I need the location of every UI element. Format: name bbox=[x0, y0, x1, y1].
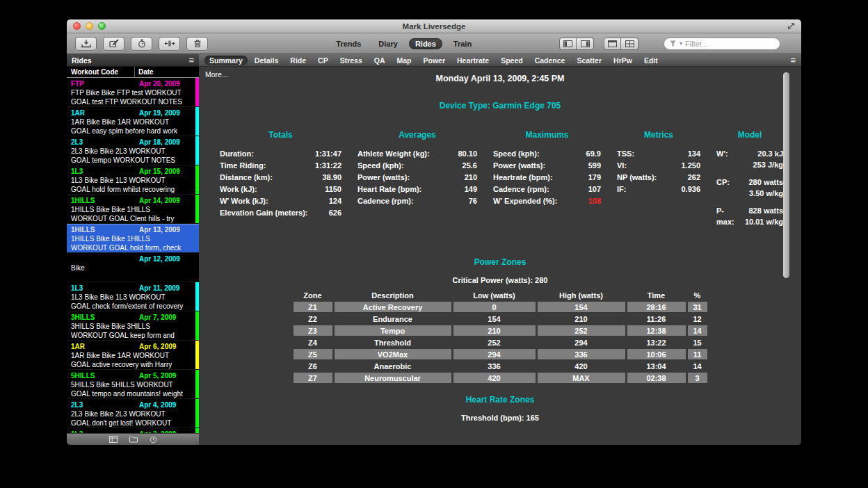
sidebar-menu-icon[interactable]: ≡ bbox=[188, 56, 194, 65]
column-header-workout-code[interactable]: Workout Code bbox=[67, 67, 135, 77]
power-zones-table: Zone Description Low (watts) High (watts… bbox=[291, 290, 709, 384]
ride-item[interactable]: 1ARApr 19, 2009 1AR Bike Bike 1AR WORKOU… bbox=[67, 107, 199, 136]
app-tab-train[interactable]: Train bbox=[447, 38, 478, 49]
workout-code bbox=[71, 254, 139, 263]
zone-cell: 420 bbox=[453, 373, 536, 383]
zone-cell: Z1 bbox=[294, 302, 332, 312]
stat-value: 210 bbox=[465, 172, 477, 184]
view-tab-qa[interactable]: QA bbox=[369, 56, 390, 65]
view-tab-speed[interactable]: Speed bbox=[496, 56, 528, 65]
stat-value: 124 bbox=[329, 195, 341, 207]
view-tab-ride[interactable]: Ride bbox=[285, 56, 311, 65]
stat-value: 149 bbox=[465, 184, 477, 195]
single-view-button[interactable] bbox=[604, 38, 621, 50]
model-group: W': 20.3 kJ253 J/kg bbox=[716, 148, 783, 170]
sidebar-toggle-group bbox=[559, 38, 594, 50]
zone-col-header: % bbox=[688, 291, 707, 300]
left-panel-icon bbox=[563, 40, 572, 47]
app-tab-trends[interactable]: Trends bbox=[330, 38, 367, 49]
view-tab-map[interactable]: Map bbox=[392, 56, 417, 65]
view-tab-hrpw[interactable]: HrPw bbox=[609, 56, 637, 65]
workout-date: Apr 14, 2009 bbox=[139, 196, 191, 205]
zone-cell: Tempo bbox=[335, 325, 451, 336]
stat-label: Duration: bbox=[220, 148, 254, 160]
close-button[interactable] bbox=[73, 22, 81, 30]
ride-desc: 1AR Bike Bike 1AR WORKOUT bbox=[71, 117, 191, 127]
section-header: Maximums bbox=[493, 130, 601, 140]
app-tab-rides[interactable]: Rides bbox=[409, 38, 442, 49]
ride-item[interactable]: 1L3Apr 3, 2009 bbox=[67, 428, 199, 433]
filter-field[interactable]: ▾ bbox=[664, 38, 780, 50]
ride-item-selected[interactable]: 1HILLSApr 13, 2009 1HILLS Bike Bike 1HIL… bbox=[67, 224, 199, 253]
sidebar-footer-clock-button[interactable] bbox=[150, 436, 157, 444]
single-pane-icon bbox=[608, 40, 617, 47]
titlebar[interactable]: Mark Liversedge bbox=[67, 19, 801, 33]
stat-label: W' Work (kJ): bbox=[220, 195, 268, 207]
app-window: Mark Liversedge bbox=[67, 19, 801, 445]
ride-list: FTPApr 20, 2009 FTP Bike Bike FTP test W… bbox=[67, 78, 199, 433]
stopwatch-button[interactable] bbox=[131, 37, 152, 51]
view-tab-stress[interactable]: Stress bbox=[335, 56, 367, 65]
view-menu-icon[interactable]: ≡ bbox=[790, 56, 796, 65]
stat-value: 1150 bbox=[325, 184, 341, 195]
totals-section: Totals Duration:1:31:47 Time Riding:1:31… bbox=[220, 130, 341, 234]
vertical-scrollbar[interactable] bbox=[783, 72, 789, 278]
zoom-button[interactable] bbox=[98, 22, 106, 30]
averages-section: Averages Athlete Weight (kg):80.10 Speed… bbox=[357, 130, 477, 234]
workout-code: 1AR bbox=[71, 342, 139, 351]
ride-desc: 5HILLS Bike 5HILLS WORKOUT bbox=[71, 380, 191, 389]
metrics-section: Metrics TSS:134 VI:1.250 NP (watts):262 … bbox=[617, 130, 700, 234]
stat-row: TSS:134 bbox=[617, 148, 700, 160]
hr-threshold-subtitle: Threshold (bpm): 165 bbox=[199, 414, 801, 422]
model-value: 280 watts bbox=[744, 177, 783, 188]
fullscreen-button[interactable] bbox=[787, 22, 795, 30]
stat-value: 179 bbox=[588, 172, 601, 184]
import-button[interactable] bbox=[75, 37, 97, 51]
view-tab-scatter[interactable]: Scatter bbox=[572, 56, 606, 65]
column-header-date[interactable]: Date bbox=[135, 68, 199, 76]
filter-input[interactable] bbox=[685, 40, 774, 48]
ride-item[interactable]: 1L3Apr 15, 2009 1L3 Bike Bike 1L3 WORKOU… bbox=[67, 165, 199, 195]
intervals-button[interactable] bbox=[159, 37, 180, 51]
ride-item[interactable]: 1ARApr 6, 2009 1AR Bike Bike 1AR WORKOUT… bbox=[67, 341, 199, 370]
zone-cell: 11 bbox=[688, 349, 707, 359]
ride-item[interactable]: 2L3Apr 18, 2009 2L3 Bike Bike 2L3 WORKOU… bbox=[67, 136, 199, 165]
ride-item[interactable]: FTPApr 20, 2009 FTP Bike Bike FTP test W… bbox=[67, 78, 199, 107]
delete-button[interactable] bbox=[186, 37, 208, 51]
sidebar-footer-chart-button[interactable] bbox=[109, 436, 118, 443]
zone-row: Z5 VO2Max 294 336 10:06 11 bbox=[294, 349, 707, 359]
workout-date: Apr 11, 2009 bbox=[139, 284, 191, 293]
view-tab-heartrate[interactable]: Heartrate bbox=[452, 56, 494, 65]
ride-item[interactable]: 1HILLSApr 14, 2009 1HILLS Bike Bike 1HIL… bbox=[67, 195, 199, 224]
ride-item[interactable]: 1L3Apr 11, 2009 1L3 Bike Bike 1L3 WORKOU… bbox=[67, 282, 199, 311]
sidebar-footer-folder-button[interactable] bbox=[129, 436, 138, 443]
more-link[interactable]: More... bbox=[205, 70, 228, 79]
ride-item[interactable]: 5HILLSApr 5, 2009 5HILLS Bike 5HILLS WOR… bbox=[67, 370, 199, 399]
view-tab-cp[interactable]: CP bbox=[313, 56, 333, 65]
zone-cell: MAX bbox=[538, 373, 625, 383]
zone-cell: VO2Max bbox=[335, 349, 451, 359]
view-tab-cadence[interactable]: Cadence bbox=[530, 56, 570, 65]
stat-row: Athlete Weight (kg):80.10 bbox=[357, 148, 477, 160]
ride-item[interactable]: 3HILLSApr 7, 2009 3HILLS Bike Bike 3HILL… bbox=[67, 311, 199, 341]
view-tab-power[interactable]: Power bbox=[419, 56, 451, 65]
stat-value: 828 watts10.01 w/kg bbox=[744, 205, 783, 227]
tiled-view-button[interactable] bbox=[621, 38, 638, 50]
view-tab-details[interactable]: Details bbox=[250, 56, 283, 65]
toggle-left-sidebar-button[interactable] bbox=[559, 38, 577, 50]
heart-rate-zones-header: Heart Rate Zones bbox=[199, 395, 801, 405]
edit-button[interactable] bbox=[103, 37, 124, 51]
zone-cell: 13:04 bbox=[627, 361, 686, 371]
ride-item[interactable]: 2L3Apr 4, 2009 2L3 Bike Bike 2L3 WORKOUT… bbox=[67, 399, 199, 428]
app-tab-diary[interactable]: Diary bbox=[372, 38, 404, 49]
toggle-right-sidebar-button[interactable] bbox=[577, 38, 594, 50]
view-tab-summary[interactable]: Summary bbox=[204, 56, 248, 65]
minimize-button[interactable] bbox=[86, 22, 93, 30]
zone-cell: Z6 bbox=[294, 361, 332, 371]
summary-view: More... Monday April 13, 2009, 2:45 PM D… bbox=[199, 67, 801, 445]
stat-value: 599 bbox=[588, 160, 601, 172]
ride-item[interactable]: Apr 12, 2009 Bike bbox=[67, 253, 199, 282]
trash-icon bbox=[192, 39, 203, 48]
workout-date: Apr 20, 2009 bbox=[139, 79, 191, 88]
view-tab-edit[interactable]: Edit bbox=[639, 56, 663, 65]
